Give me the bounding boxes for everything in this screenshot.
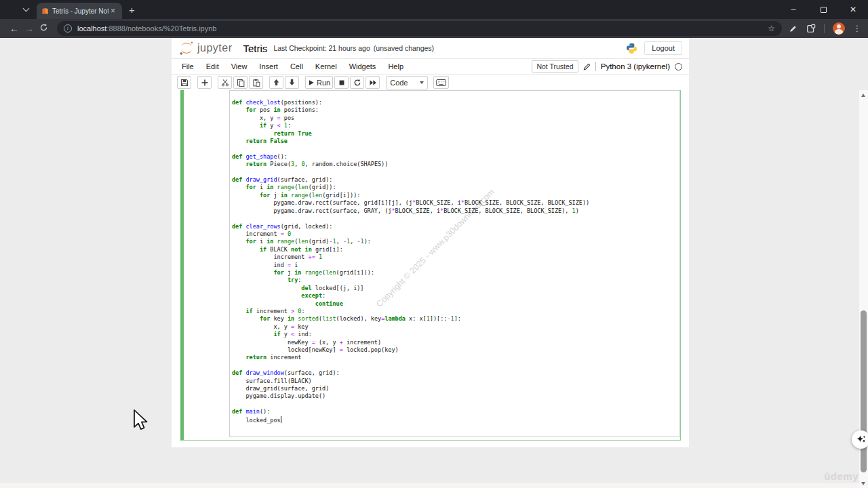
edit-pen-icon[interactable]: [789, 24, 798, 33]
move-cell-up-button[interactable]: [269, 76, 283, 89]
chevron-down-icon: [22, 5, 29, 12]
notebook-container: jupyter Tetris Last Checkpoint: 21 hours…: [172, 38, 689, 447]
minimize-button[interactable]: –: [778, 0, 808, 19]
jupyter-logo-text: jupyter: [197, 42, 233, 54]
trust-button[interactable]: Not Trusted: [532, 60, 578, 73]
restore-button[interactable]: [808, 0, 838, 19]
cell-input-area[interactable]: def check_lost(positions): for pos in po…: [229, 90, 680, 437]
cell-type-value: Code: [390, 79, 408, 87]
url-host: localhost: [77, 24, 106, 33]
interrupt-kernel-button[interactable]: [334, 76, 349, 89]
page-viewport: jupyter Tetris Last Checkpoint: 21 hours…: [0, 38, 868, 488]
scissors-icon: [221, 79, 229, 87]
menu-item-help[interactable]: Help: [382, 60, 410, 73]
run-cell-button[interactable]: Run: [305, 76, 333, 89]
code-cell-selected[interactable]: def check_lost(positions): for pos in po…: [180, 90, 681, 441]
stop-icon: [338, 79, 345, 86]
mouse-cursor: [132, 409, 150, 432]
notebook-title[interactable]: Tetris: [243, 43, 268, 54]
extensions-icon[interactable]: [806, 24, 816, 33]
jupyter-logo-icon: [178, 40, 195, 56]
play-icon: [308, 79, 315, 86]
menu-item-kernel[interactable]: Kernel: [309, 60, 343, 73]
move-cell-down-button[interactable]: [285, 76, 299, 89]
checkpoint-status: Last Checkpoint: 21 hours ago: [273, 44, 370, 52]
tab-close-icon[interactable]: ×: [108, 6, 117, 16]
new-tab-button[interactable]: +: [129, 5, 135, 15]
reload-icon: [39, 23, 48, 32]
kernel-idle-icon: [675, 63, 682, 70]
cell-prompt: [184, 90, 229, 440]
run-label: Run: [317, 79, 330, 87]
browser-actions: ⋮: [789, 22, 861, 35]
arrow-down-icon: [288, 79, 296, 86]
url-path: :8888/notebooks/%20Tetris.ipynb: [106, 24, 216, 33]
fast-forward-icon: [369, 79, 377, 87]
command-palette-button[interactable]: [433, 76, 449, 89]
forward-button[interactable]: →: [22, 23, 37, 34]
tab-search-button[interactable]: [19, 3, 33, 16]
page-scrollbar[interactable]: [859, 90, 868, 488]
close-window-button[interactable]: ✕: [838, 0, 868, 19]
menu-item-insert[interactable]: Insert: [253, 60, 284, 73]
keyboard-icon: [436, 79, 446, 87]
header-right: Logout: [626, 41, 682, 55]
menu-item-view[interactable]: View: [225, 60, 254, 73]
menu-item-cell[interactable]: Cell: [284, 60, 309, 73]
back-button[interactable]: ←: [7, 23, 22, 34]
ai-assistant-button[interactable]: [852, 430, 868, 449]
chevron-down-icon: [420, 81, 424, 84]
save-icon: [180, 79, 189, 87]
code-editor[interactable]: def check_lost(positions): for pos in po…: [230, 91, 679, 424]
menubar-right: Not Trusted Python 3 (ipykernel): [532, 60, 685, 73]
edit-mode-pencil-icon: [583, 63, 591, 70]
address-bar[interactable]: i localhost:8888/notebooks/%20Tetris.ipy…: [57, 21, 782, 36]
divider: [595, 62, 596, 71]
site-info-icon[interactable]: i: [64, 24, 72, 33]
browser-chrome: Tetris - Jupyter Notebook × + – ✕ ← → i …: [0, 0, 868, 38]
copy-cell-button[interactable]: [233, 76, 248, 89]
bookmark-star-icon[interactable]: ☆: [768, 24, 775, 33]
arrow-up-icon: [273, 79, 280, 86]
tab-bar: Tetris - Jupyter Notebook × + – ✕: [0, 0, 868, 19]
logout-button[interactable]: Logout: [644, 41, 682, 55]
url-text: localhost:8888/notebooks/%20Tetris.ipynb: [77, 24, 216, 33]
menu-items: FileEditViewInsertCellKernelWidgetsHelp: [176, 60, 410, 73]
python-logo-icon: [626, 43, 637, 54]
jupyter-logo[interactable]: jupyter: [178, 40, 233, 56]
scroll-up-icon[interactable]: [861, 94, 865, 97]
copy-icon: [237, 79, 245, 87]
tab-title: Tetris - Jupyter Notebook: [52, 7, 108, 15]
restart-kernel-button[interactable]: [350, 76, 364, 89]
scroll-down-icon[interactable]: [861, 482, 865, 485]
page-bottom-strip: [0, 483, 868, 488]
notebook-header: jupyter Tetris Last Checkpoint: 21 hours…: [172, 38, 689, 58]
notebook-menubar: FileEditViewInsertCellKernelWidgetsHelp …: [172, 58, 689, 75]
kernel-name: Python 3 (ipykernel): [601, 62, 670, 70]
plus-icon: [201, 79, 209, 87]
menu-item-edit[interactable]: Edit: [200, 60, 225, 73]
jupyter-favicon-icon: [41, 7, 49, 15]
browser-tab[interactable]: Tetris - Jupyter Notebook ×: [37, 3, 122, 19]
paste-cell-button[interactable]: [249, 76, 263, 89]
paste-icon: [252, 79, 260, 87]
sparkle-icon: [856, 434, 867, 445]
menu-item-widgets[interactable]: Widgets: [343, 60, 382, 73]
save-button[interactable]: [177, 76, 191, 89]
window-controls: – ✕: [778, 0, 868, 19]
notebook-cells: def check_lost(positions): for pos in po…: [172, 90, 689, 441]
unsaved-status: (unsaved changes): [374, 44, 434, 52]
menu-item-file[interactable]: File: [176, 60, 200, 73]
notebook-toolbar: Run: [172, 75, 689, 90]
cell-type-select[interactable]: Code: [386, 76, 428, 89]
add-cell-button[interactable]: [197, 76, 212, 89]
divider: [824, 24, 825, 33]
reload-button[interactable]: [37, 23, 52, 34]
restart-icon: [353, 79, 361, 87]
url-toolbar: ← → i localhost:8888/notebooks/%20Tetris…: [0, 19, 868, 38]
profile-avatar[interactable]: [833, 22, 845, 35]
udemy-watermark: ûdemy: [824, 470, 859, 482]
cut-cell-button[interactable]: [218, 76, 232, 89]
browser-menu-icon[interactable]: ⋮: [853, 24, 861, 33]
restart-run-all-button[interactable]: [366, 76, 380, 89]
